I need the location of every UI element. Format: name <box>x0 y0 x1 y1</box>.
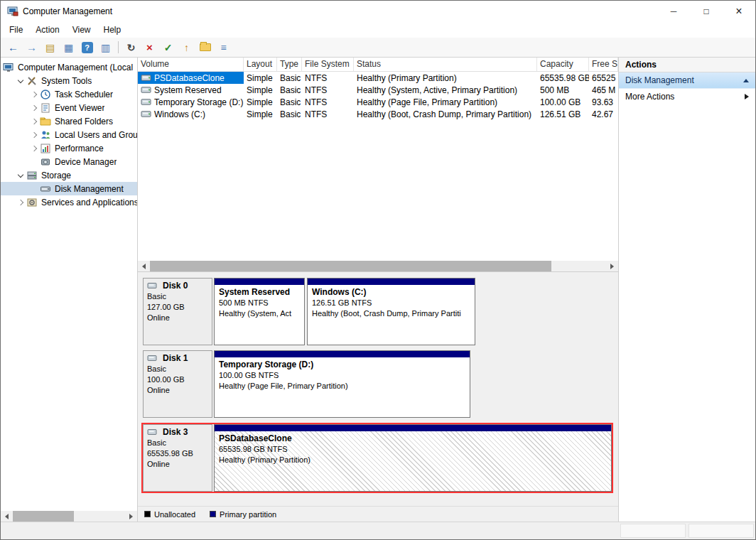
volume-row-temporary-storage[interactable]: Temporary Storage (D:) Simple Basic NTFS… <box>138 96 618 108</box>
volume-layout: Simple <box>244 72 277 84</box>
partition-status: Healthy (Boot, Crash Dump, Primary Parti… <box>312 308 470 319</box>
disk-name: Disk 1 <box>163 353 188 364</box>
column-header-file-system[interactable]: File System <box>302 58 354 71</box>
primary-partition-strip <box>215 425 611 431</box>
menu-view[interactable]: View <box>66 23 97 37</box>
app-icon <box>7 6 18 17</box>
chevron-right-icon[interactable] <box>30 144 38 153</box>
tree-item-event-viewer[interactable]: Event Viewer <box>1 101 137 114</box>
disk-0-row: Disk 0 Basic 127.00 GB Online System Res… <box>143 278 475 345</box>
scrollbar-thumb[interactable] <box>13 511 74 522</box>
users-icon <box>40 129 51 141</box>
chevron-right-icon[interactable] <box>30 90 38 99</box>
legend-primary-partition: Primary partition <box>210 510 276 519</box>
column-header-capacity[interactable]: Capacity <box>537 58 589 71</box>
expander-placeholder <box>30 158 38 166</box>
menu-action[interactable]: Action <box>29 23 65 37</box>
partition-windows-c[interactable]: Windows (C:) 126.51 GB NTFS Healthy (Boo… <box>307 278 475 345</box>
chevron-down-icon[interactable] <box>16 171 25 180</box>
menu-help[interactable]: Help <box>97 23 128 37</box>
volume-rows: PSDatabaseClone Simple Basic NTFS Health… <box>138 72 618 261</box>
disk-icon <box>147 281 158 291</box>
tree: Computer Management (Local System Tools … <box>1 58 137 209</box>
tree-item-storage[interactable]: Storage <box>1 168 137 182</box>
chevron-right-icon[interactable] <box>30 131 38 139</box>
tree-item-computer-management[interactable]: Computer Management (Local <box>1 60 137 74</box>
chevron-right-icon[interactable] <box>16 198 25 207</box>
scrollbar-thumb[interactable] <box>150 261 551 271</box>
chevron-right-icon[interactable] <box>30 117 38 126</box>
properties-icon[interactable]: ▥ <box>97 39 114 55</box>
tree-item-device-manager[interactable]: Device Manager <box>1 155 137 168</box>
disk-0-label[interactable]: Disk 0 Basic 127.00 GB Online <box>143 278 212 345</box>
partition-legend: Unallocated Primary partition <box>138 506 618 522</box>
tree-item-local-users-and-groups[interactable]: Local Users and Groups <box>1 128 137 141</box>
partition-temporary-storage[interactable]: Temporary Storage (D:) 100.00 GB NTFS He… <box>214 350 470 418</box>
disk-3-label[interactable]: Disk 3 Basic 65535.98 GB Online <box>143 424 212 492</box>
volume-row-psdatabaseclone[interactable]: PSDatabaseClone Simple Basic NTFS Health… <box>138 72 618 84</box>
refresh-icon[interactable]: ↻ <box>122 39 140 55</box>
volume-file-system: NTFS <box>302 108 354 120</box>
more-actions-item[interactable]: More Actions <box>619 89 755 104</box>
footer-strip <box>1 522 755 539</box>
volume-type: Basic <box>277 72 302 84</box>
disk-kind: Basic <box>147 364 208 374</box>
column-header-status[interactable]: Status <box>354 58 537 71</box>
partition-size: 500 MB NTFS <box>219 298 300 308</box>
check-disk-icon[interactable]: ✓ <box>159 39 177 55</box>
tree-item-shared-folders[interactable]: Shared Folders <box>1 114 137 128</box>
partition-system-reserved[interactable]: System Reserved 500 MB NTFS Healthy (Sys… <box>214 278 305 345</box>
tree-item-services-and-applications[interactable]: Services and Applications <box>1 195 137 209</box>
close-button[interactable]: × <box>723 1 755 22</box>
back-icon[interactable]: ← <box>4 39 22 55</box>
tree-item-disk-management[interactable]: Disk Management <box>1 182 137 195</box>
column-header-free-space[interactable]: Free S <box>589 58 618 71</box>
graphical-disk-view: Disk 0 Basic 127.00 GB Online System Res… <box>138 272 618 506</box>
console-tree-icon[interactable]: ▤ <box>41 39 59 55</box>
volume-row-windows-c[interactable]: Windows (C:) Simple Basic NTFS Healthy (… <box>138 108 618 120</box>
list-view-icon[interactable]: ≡ <box>215 39 232 55</box>
volume-row-system-reserved[interactable]: System Reserved Simple Basic NTFS Health… <box>138 84 618 96</box>
minimize-button[interactable]: ─ <box>657 1 690 22</box>
open-folder-icon[interactable] <box>196 39 214 55</box>
partition-title: Temporary Storage (D:) <box>219 360 465 370</box>
chevron-right-icon[interactable] <box>30 104 38 112</box>
column-header-volume[interactable]: Volume <box>138 58 244 71</box>
tree-item-task-scheduler[interactable]: Task Scheduler <box>1 87 137 101</box>
delete-volume-icon[interactable]: × <box>141 39 158 55</box>
volume-type: Basic <box>277 96 302 108</box>
partition-status: Healthy (System, Act <box>219 308 300 319</box>
column-header-type[interactable]: Type <box>277 58 302 71</box>
partition-title: PSDatabaseClone <box>219 433 607 444</box>
window-title: Computer Management <box>23 6 657 16</box>
menu-file[interactable]: File <box>3 23 29 37</box>
legend-label: Unallocated <box>154 510 195 519</box>
partition-psdatabaseclone[interactable]: PSDatabaseClone 65535.98 GB NTFS Healthy… <box>214 424 612 492</box>
partition-status: Healthy (Primary Partition) <box>219 455 607 465</box>
volume-name: System Reserved <box>154 85 222 95</box>
tree-item-performance[interactable]: Performance <box>1 141 137 155</box>
legend-label: Primary partition <box>220 510 276 519</box>
column-header-layout[interactable]: Layout <box>244 58 277 71</box>
export-list-icon[interactable]: ▦ <box>60 39 77 55</box>
action-group-disk-management[interactable]: Disk Management <box>619 72 755 89</box>
disk-status: Online <box>147 459 208 470</box>
tree-horizontal-scrollbar[interactable] <box>1 511 137 522</box>
tree-item-system-tools[interactable]: System Tools <box>1 74 137 87</box>
scroll-right-arrow[interactable] <box>125 511 137 522</box>
scroll-left-arrow[interactable] <box>138 261 150 271</box>
scroll-left-arrow[interactable] <box>1 511 13 522</box>
volume-status: Healthy (Page File, Primary Partition) <box>354 96 537 108</box>
scroll-right-arrow[interactable] <box>606 261 618 271</box>
help-icon[interactable]: ? <box>78 39 96 55</box>
tree-item-label: Event Viewer <box>55 103 104 113</box>
disk-1-label[interactable]: Disk 1 Basic 100.00 GB Online <box>143 350 212 418</box>
disk-size: 127.00 GB <box>147 302 208 313</box>
volume-list-horizontal-scrollbar[interactable] <box>138 261 618 271</box>
disk-kind: Basic <box>147 438 208 448</box>
collapse-group-icon[interactable] <box>743 79 749 82</box>
chevron-down-icon[interactable] <box>16 77 25 85</box>
up-level-icon[interactable]: ↑ <box>178 39 195 55</box>
forward-icon[interactable]: → <box>23 39 40 55</box>
maximize-button[interactable]: □ <box>690 1 723 22</box>
